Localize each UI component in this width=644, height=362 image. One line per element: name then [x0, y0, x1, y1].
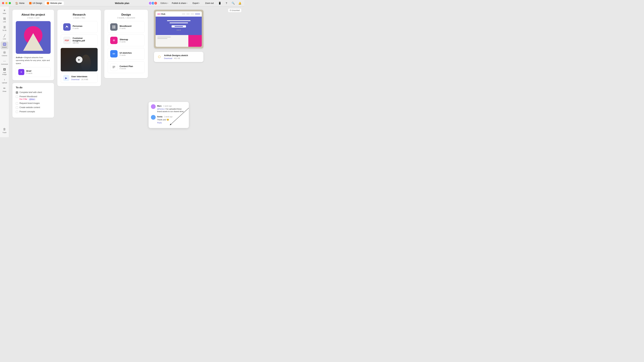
sidebar-item-line[interactable]: ╱ Line — [1, 33, 8, 41]
sidebar-item-draw[interactable]: ✏ Draw — [1, 85, 8, 93]
ui-name: User interviews — [71, 75, 95, 78]
svg-rect-2 — [112, 25, 114, 27]
tab-home-label: Home — [19, 2, 24, 4]
personas-item[interactable]: Personas 0 cards — [61, 21, 98, 33]
todo-card: To do ✓ Complete brief with client Prese… — [12, 83, 54, 118]
brief-info: Brief 0 cards — [26, 70, 48, 74]
about-column-wrapper: About the project 1 board, 1 card ArtHub… — [12, 10, 54, 118]
svg-rect-3 — [114, 25, 116, 27]
sketch-logo: ArtHub — [157, 13, 165, 15]
sonia-time: 1 week ago — [164, 116, 172, 118]
pdf-icon: PDF — [63, 37, 70, 44]
arthub-filesize: 401 KB — [174, 57, 180, 59]
pdf-meta: 188 KB — [72, 42, 95, 44]
note-icon: ≡ — [4, 9, 5, 12]
todo-check-3[interactable] — [16, 102, 18, 105]
sidebar-item-trash[interactable]: 🗑 Trash — [1, 126, 8, 135]
arthub-download-link[interactable]: Download — [164, 57, 172, 59]
sidebar-item-todo[interactable]: ☰ To-do — [1, 24, 8, 32]
sidebar-label-link: Link — [3, 21, 6, 23]
sidebar-item-board[interactable]: Board — [1, 41, 8, 49]
arthub-bookmark-icon: ⬡ — [157, 54, 162, 59]
traffic-lights — [2, 2, 11, 4]
sidebar-item-column[interactable]: ⦿ Column — [1, 50, 8, 58]
content-item[interactable]: Content Plan 0 words — [108, 61, 144, 73]
sketch-bottom-left — [156, 35, 188, 47]
tab-ux-design[interactable]: UX Design — [27, 1, 44, 5]
close-button[interactable] — [2, 2, 4, 4]
todo-check-4[interactable] — [16, 106, 18, 109]
content-name: Content Plan — [120, 65, 142, 67]
help-icon[interactable]: ? — [224, 1, 229, 5]
sitemap-meta: 0 cards — [120, 41, 142, 43]
upload-icon: ↑ — [4, 78, 5, 81]
maximize-button[interactable] — [9, 2, 11, 4]
research-column: Research 1 board, 2 files Personas 0 car… — [57, 10, 101, 86]
about-title: About the project — [16, 13, 51, 16]
sitemap-item[interactable]: ✳ Sitemap 0 cards — [108, 34, 144, 46]
arthub-card: ⬡ ArtHub Designs.sketch Download · 401 K… — [154, 52, 204, 62]
play-file-icon: ▶ — [63, 75, 69, 81]
publish-button[interactable]: Publish & share ▾ — [170, 1, 189, 5]
todo-icon: ☰ — [3, 26, 6, 29]
moodboard-item[interactable]: Moodboard 0 cards — [108, 21, 144, 33]
svg-point-1 — [67, 26, 68, 27]
sidebar-item-comment[interactable]: ⋯ Comment — [1, 58, 8, 66]
sketch-line-1 — [182, 14, 185, 14]
export-button[interactable]: Export ▾ — [191, 1, 202, 5]
sidebar-item-add-image[interactable]: 🖼 Add image — [1, 67, 8, 76]
brief-icon: ≡ — [18, 69, 24, 75]
arthub-info: ArtHub Designs.sketch Download · 401 KB — [164, 54, 201, 60]
sketch-line-4 — [195, 14, 200, 14]
video-item[interactable]: ▶ — [61, 48, 98, 71]
marc-avatar — [151, 104, 156, 109]
minimize-button[interactable] — [5, 2, 8, 4]
user-interviews-info: User interviews Download · 16.9 MB — [71, 75, 95, 81]
content-icon — [110, 63, 118, 71]
about-description: ArtHub—Original artworks from upcoming a… — [16, 56, 51, 65]
publish-chevron: ▾ — [186, 2, 187, 4]
tab-website-plan[interactable]: Website plan — [45, 1, 64, 5]
sidebar-item-note[interactable]: ≡ Note — [1, 8, 8, 15]
sidebar-label-comment: Comment — [1, 63, 8, 65]
todo-text-4: Create website content — [20, 106, 40, 109]
moodboard-meta: 0 cards — [120, 27, 142, 29]
todo-check-2[interactable] — [16, 95, 18, 98]
todo-text-1: Complete brief with client — [20, 91, 42, 93]
sidebar-label-upload: Upload — [2, 82, 7, 84]
sidebar-item-link[interactable]: ⛓ Link — [1, 16, 8, 24]
about-brand: ArtHub— — [16, 56, 24, 58]
ipad-icon[interactable]: 📱 — [217, 1, 222, 5]
link-icon: ⛓ — [3, 17, 6, 20]
right-cards: ArtHub — [154, 10, 204, 62]
svg-rect-5 — [114, 27, 116, 28]
todo-text-2: Present Moodboard — [20, 95, 37, 98]
search-icon[interactable]: 🔍 — [231, 1, 236, 5]
notification-icon[interactable]: 🔔 — [238, 1, 242, 5]
zoom-button[interactable]: Zoom out — [204, 1, 215, 5]
play-button[interactable]: ▶ — [76, 56, 82, 63]
about-banner — [16, 21, 51, 54]
todo-check-5[interactable] — [16, 111, 18, 113]
comment-sonia: Sonia 1 week ago Thank you! 😊 Reply — [151, 115, 186, 124]
reply-button[interactable]: Reply — [157, 122, 186, 124]
uisketch-item[interactable]: ✏ UI sketches 0 cards — [108, 48, 144, 60]
sketch-gl-2 — [157, 38, 167, 39]
brief-card[interactable]: ≡ Brief 0 cards — [16, 67, 51, 77]
todo-check-1[interactable]: ✓ — [16, 91, 18, 94]
about-subtitle: 1 board, 1 card — [16, 17, 51, 19]
uisketch-meta: 0 cards — [120, 54, 142, 56]
research-title: Research — [61, 13, 98, 16]
sidebar-item-upload[interactable]: ↑ Upload — [1, 77, 8, 85]
editors-button[interactable]: Editors ▾ — [160, 2, 168, 4]
tab-home[interactable]: 🏠 Home — [13, 1, 26, 5]
sketch-bottom-right — [188, 35, 202, 47]
moodboard-icon — [110, 23, 118, 31]
ui-file-size: 16.9 MB — [81, 78, 88, 80]
todo-item-2: Present Moodboard Due 3 Mar @Marc — [16, 95, 51, 100]
pdf-item[interactable]: PDF Customer Insights.pdf 188 KB — [61, 34, 98, 46]
download-link[interactable]: Download — [71, 78, 80, 80]
arthub-filename: ArtHub Designs.sketch — [164, 54, 201, 57]
sidebar-label-line: Line — [3, 38, 6, 40]
video-overlay: ▶ — [61, 48, 98, 71]
